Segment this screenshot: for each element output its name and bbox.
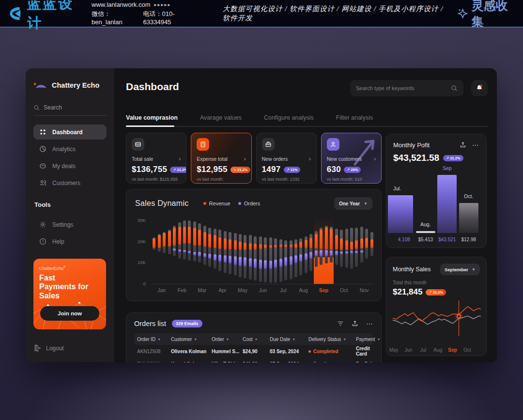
revenue-capsule [294,244,297,248]
revenue-capsule [214,235,216,248]
banner-services: 大数据可视化设计 / 软件界面设计 / 网站建设 / 手机及小程序设计 / 软件… [223,4,447,23]
orders-capsule [279,259,282,267]
revenue-capsule [290,245,292,248]
cell-order-id: TML30321 [134,361,168,363]
x-tick-label: Sep [314,287,334,293]
stat-card-label: Expense total [197,156,228,162]
page-title: Dashboard [126,81,179,93]
trend-badge: ↗11% [284,167,301,173]
stat-card-value: 630 [327,165,341,174]
banner-wechat: 微信：ben_lanlan [92,10,135,26]
chevron-right-icon[interactable]: › [374,156,376,162]
monthly-profit-badge: ↗21.2% [443,155,463,161]
revenue-capsule [335,235,338,249]
logout-button[interactable]: Logout [33,344,64,352]
column-header-label: Cost [243,337,253,342]
banner-collect: 灵感收集 [457,0,514,30]
more-icon[interactable]: ⋯ [472,141,479,149]
profit-bar-column: Sep [436,171,458,233]
gear-icon [39,221,46,228]
selected-point-marker [457,315,461,318]
revenue-capsule [299,242,302,248]
trend-arrow-decoration [351,134,380,168]
chevron-right-icon[interactable]: › [244,156,246,162]
column-header-customer[interactable]: Customer▼ [168,337,209,342]
revenue-capsule [208,234,211,248]
column-header-payment[interactable]: Payment▼ [353,337,380,342]
cell-cost: $41,99 [240,361,267,363]
orders-capsule [208,254,211,259]
x-tick-label: Jun [253,287,273,293]
x-tick-label: Jul [416,347,431,353]
revenue-capsule [224,238,227,249]
x-tick-label: Oct [334,287,354,293]
sidebar-tools: Settings?Help [33,217,107,249]
stat-card-sub: vs last month: 510 [327,177,376,182]
deals-icon [39,162,46,170]
profit-bar-value: $12.98 [458,237,480,242]
orders-capsule [309,252,312,258]
column-header-due-date[interactable]: Due Date▼ [267,337,306,342]
sidebar-search-input[interactable] [44,104,97,111]
tab-value-comprasion[interactable]: Value comprasion [126,114,178,121]
orders-capsule [214,254,216,261]
orders-capsule [360,250,363,253]
x-tick-label: Feb [172,287,192,293]
orders-capsule [203,253,206,258]
chevron-right-icon[interactable]: › [179,156,181,162]
top-search-input[interactable] [356,85,451,91]
monthly-sales-badge: ↗31.2% [426,289,446,296]
stat-card-total-sale: Total sale›$136,755↗21.2%vs last month: … [126,133,186,184]
lanlan-logo-icon [9,5,23,22]
profit-bar-column: Oct. [458,171,480,233]
revenue-capsule [168,231,171,247]
monthly-sales-chart [393,299,481,347]
sidebar-item-my-deals[interactable]: My deals [33,158,107,173]
tab-avarage-values[interactable]: Avarage values [200,114,242,121]
export-icon[interactable] [460,141,466,148]
notifications-button[interactable] [471,80,488,96]
sidebar-search[interactable] [33,104,107,116]
join-now-button[interactable]: Join now [40,306,99,321]
sidebar-item-customers[interactable]: Customers [33,175,107,190]
top-search[interactable] [350,80,463,96]
sparkle-icon [457,7,468,20]
range-capsule [249,235,252,280]
column-header-order-id[interactable]: Order ID▼ [134,337,168,342]
column-header-delivery-status[interactable]: Delivery Status▼ [306,337,353,342]
column-header-cost[interactable]: Cost▼ [240,337,267,342]
banner-logo-text: 蓝蓝设计 [27,0,82,33]
table-row[interactable]: AKN12508Olivera KolmanHummel S...$24,900… [134,345,373,358]
banner-contact: www.lanlanwork.com ▸▸▸▸▸ 微信：ben_lanlan 电… [92,1,196,26]
chevron-right-icon[interactable]: › [309,156,311,162]
column-header-order[interactable]: Order▼ [209,337,240,342]
column-header-label: Payment [356,337,375,342]
arrows-decoration: ▸▸▸▸▸ [154,2,171,7]
x-tick-label: Oct [460,347,475,353]
monthly-profit-value: $43,521.58 [393,153,439,163]
tab-configure-analysis[interactable]: Configure analysis [264,114,314,121]
x-tick-label: Mar [192,287,213,293]
x-tick-label: Jul [273,287,293,293]
table-row[interactable]: TML30321Kemal SelmanNike T-Shirt$41,9907… [134,358,373,362]
month-select[interactable]: September▼ [440,264,480,275]
filter-icon[interactable] [337,320,344,327]
range-select[interactable]: One Year▼ [334,197,372,210]
cell-payment: PayPal [353,361,373,363]
orders-capsule [305,253,308,260]
sidebar-item-settings[interactable]: Settings [33,217,107,232]
column-header-label: Order [212,337,224,342]
sidebar-item-dashboard[interactable]: Dashboard [33,124,107,140]
sidebar-nav: DashboardAnalyticsMy dealsCustomers [33,124,107,190]
wallet-icon [132,138,144,151]
tab-filter-analysis[interactable]: Filter analysis [336,114,373,121]
sidebar-item-analytics[interactable]: Analytics [33,141,107,156]
orders-capsule [284,257,287,266]
sidebar-item-help[interactable]: ?Help [33,234,107,249]
status-label: Completed [313,349,338,354]
more-icon[interactable]: ⋯ [366,320,373,327]
profit-bar-value: 4.108 [393,237,415,242]
export-icon[interactable] [352,320,358,327]
tools-heading: Tools [34,201,107,208]
legend-item-orders: Orders [238,201,261,206]
